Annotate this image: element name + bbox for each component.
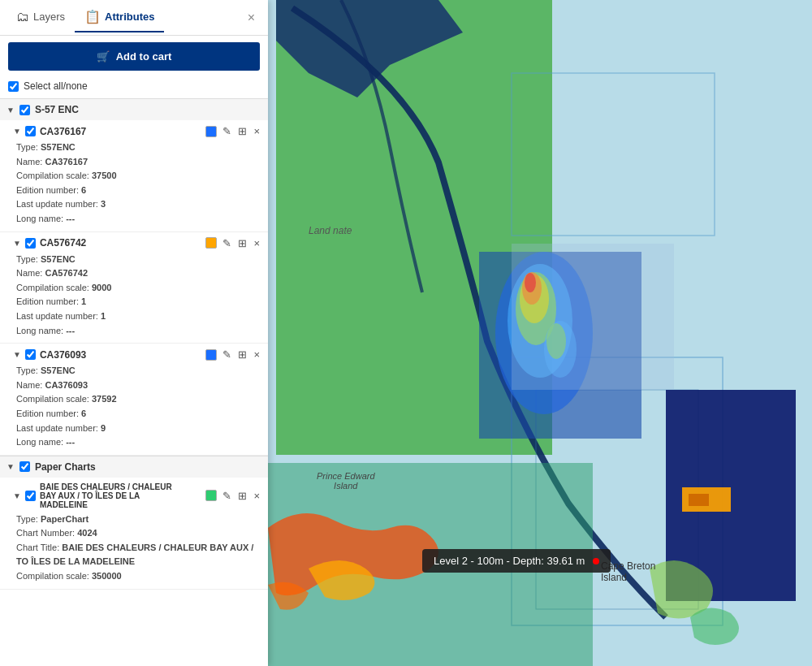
ca576742-edit-btn[interactable]: ✎ <box>221 237 233 249</box>
baie-des-chaleurs-view-btn[interactable]: ⊞ <box>236 490 248 502</box>
ca576742-details: Type: S57ENC Name: CA576742 Compilation … <box>13 253 261 339</box>
tab-attributes-label: Attributes <box>105 11 154 23</box>
s57enc-checkbox[interactable] <box>19 105 30 115</box>
ca576742-actions: ✎ ⊞ × <box>221 237 261 249</box>
ca576742-update: 1 <box>101 311 106 321</box>
ca576742-view-btn[interactable]: ⊞ <box>236 237 248 249</box>
ca376167-caret: ▼ <box>13 127 21 136</box>
ca376093-color <box>205 349 217 361</box>
ca376167-name: CA376167 <box>40 126 202 137</box>
depth-tooltip: Level 2 - 100m - Depth: 39.61 m <box>422 549 611 573</box>
baie-des-chaleurs-header: ▼ BAIE DES CHALEURS / CHALEURBAY AUX / T… <box>13 482 261 509</box>
baie-des-chaleurs-caret: ▼ <box>13 491 21 500</box>
ca376093-update: 9 <box>101 423 106 433</box>
ca376167-scale: 37500 <box>92 171 117 180</box>
baie-des-chaleurs-scale: 350000 <box>92 571 122 581</box>
tooltip-text: Level 2 - 100m - Depth: 39.61 m <box>434 555 585 567</box>
layer-ca376093-header: ▼ CA376093 ✎ ⊞ × <box>13 348 261 361</box>
tab-layers-label: Layers <box>33 11 65 23</box>
ca376167-checkbox[interactable] <box>25 126 36 136</box>
ca576742-color <box>205 237 217 249</box>
layer-ca376167-header: ▼ CA376167 ✎ ⊞ × <box>13 125 261 137</box>
group-s57enc[interactable]: ▼ S-57 ENC <box>0 98 268 120</box>
ca376093-edition: 6 <box>81 409 86 418</box>
svg-rect-19 <box>512 244 674 390</box>
ca376167-longname: --- <box>66 214 75 223</box>
add-to-cart-button[interactable]: 🛒 Add to cart <box>8 42 260 71</box>
layer-ca376167: ▼ CA376167 ✎ ⊞ × Type: S57ENC Name: CA37… <box>0 120 268 232</box>
baie-des-chaleurs-color <box>205 490 217 501</box>
ca376093-view-btn[interactable]: ⊞ <box>236 348 248 361</box>
ca376093-type: S57ENC <box>41 365 76 375</box>
baie-des-chaleurs-chart-title: BAIE DES CHALEURS / CHALEUR BAY AUX / TO… <box>16 543 253 567</box>
svg-rect-17 <box>689 494 709 506</box>
ca376167-view-btn[interactable]: ⊞ <box>236 125 248 137</box>
tab-layers[interactable]: 🗂 Layers <box>6 3 75 32</box>
ca576742-longname: --- <box>66 326 75 335</box>
ca576742-caret: ▼ <box>13 239 21 248</box>
ca376093-actions: ✎ ⊞ × <box>221 348 261 361</box>
ca576742-type: S57ENC <box>41 254 76 264</box>
baie-des-chaleurs-checkbox[interactable] <box>25 491 36 501</box>
baie-des-chaleurs-edit-btn[interactable]: ✎ <box>221 490 233 502</box>
tab-bar: 🗂 Layers 📋 Attributes × <box>0 0 268 36</box>
ca376093-longname: --- <box>66 437 75 447</box>
layer-baie-des-chaleurs: ▼ BAIE DES CHALEURS / CHALEURBAY AUX / T… <box>0 478 268 590</box>
ca576742-delete-btn[interactable]: × <box>252 237 261 249</box>
paper-charts-checkbox[interactable] <box>19 461 30 472</box>
ca576742-name: CA576742 <box>40 237 202 249</box>
ca376167-type: S57ENC <box>41 142 76 152</box>
add-to-cart-label: Add to cart <box>116 50 172 63</box>
baie-des-chaleurs-actions: ✎ ⊞ × <box>221 490 261 502</box>
ca576742-checkbox[interactable] <box>25 238 36 249</box>
sidebar-panel: 🗂 Layers 📋 Attributes × 🛒 Add to cart Se… <box>0 0 268 666</box>
ca376167-details: Type: S57ENC Name: CA376167 Compilation … <box>13 141 261 227</box>
ca376167-edition: 6 <box>81 185 86 195</box>
ca376093-name-detail: CA376093 <box>45 380 88 390</box>
ca376093-scale: 37592 <box>92 394 117 404</box>
layer-ca576742-header: ▼ CA576742 ✎ ⊞ × <box>13 237 261 249</box>
s57enc-label: S-57 ENC <box>35 104 79 115</box>
select-all-row: Select all/none <box>0 77 268 98</box>
ca376093-caret: ▼ <box>13 350 21 359</box>
layer-ca376093: ▼ CA376093 ✎ ⊞ × Type: S57ENC Name: CA37… <box>0 344 268 456</box>
ca376093-details: Type: S57ENC Name: CA376093 Compilation … <box>13 364 261 450</box>
select-all-checkbox[interactable] <box>8 81 19 92</box>
ca376167-color <box>205 126 217 137</box>
ca376167-name-detail: CA376167 <box>45 157 88 166</box>
baie-des-chaleurs-delete-btn[interactable]: × <box>252 490 261 502</box>
s57enc-caret: ▼ <box>6 106 15 115</box>
group-paper-charts[interactable]: ▼ Paper Charts <box>0 456 268 478</box>
land-nate-label: Land nate <box>309 225 352 236</box>
ca376167-edit-btn[interactable]: ✎ <box>221 125 233 137</box>
paper-charts-label: Paper Charts <box>35 461 96 473</box>
select-all-label[interactable]: Select all/none <box>24 80 88 92</box>
ca376167-actions: ✎ ⊞ × <box>221 125 261 137</box>
close-button[interactable]: × <box>241 7 261 28</box>
ca576742-edition: 1 <box>81 296 86 306</box>
baie-des-chaleurs-name: BAIE DES CHALEURS / CHALEURBAY AUX / TO … <box>40 482 199 509</box>
ca376093-name: CA376093 <box>40 349 202 361</box>
sidebar-content[interactable]: ▼ S-57 ENC ▼ CA376167 ✎ ⊞ × Type: S57ENC… <box>0 98 268 666</box>
layer-ca576742: ▼ CA576742 ✎ ⊞ × Type: S57ENC Name: CA57… <box>0 232 268 344</box>
tab-attributes[interactable]: 📋 Attributes <box>75 2 164 32</box>
attributes-icon: 📋 <box>84 9 101 24</box>
ca376167-delete-btn[interactable]: × <box>252 125 261 137</box>
ca576742-scale: 9000 <box>92 283 111 292</box>
paper-charts-caret: ▼ <box>6 462 15 471</box>
baie-des-chaleurs-chart-number: 4024 <box>77 528 97 538</box>
layers-icon: 🗂 <box>16 10 29 24</box>
ca576742-name-detail: CA576742 <box>45 268 88 278</box>
baie-des-chaleurs-details: Type: PaperChart Chart Number: 4024 Char… <box>13 512 261 584</box>
ca376093-delete-btn[interactable]: × <box>252 348 261 361</box>
tooltip-indicator <box>593 558 599 564</box>
prince-edward-island-label: Prince EdwardIsland <box>317 471 375 491</box>
cart-icon: 🛒 <box>97 50 110 63</box>
ca376093-checkbox[interactable] <box>25 349 36 360</box>
baie-des-chaleurs-type: PaperChart <box>41 514 89 524</box>
ca376093-edit-btn[interactable]: ✎ <box>221 348 233 361</box>
ca376167-update: 3 <box>101 199 106 209</box>
